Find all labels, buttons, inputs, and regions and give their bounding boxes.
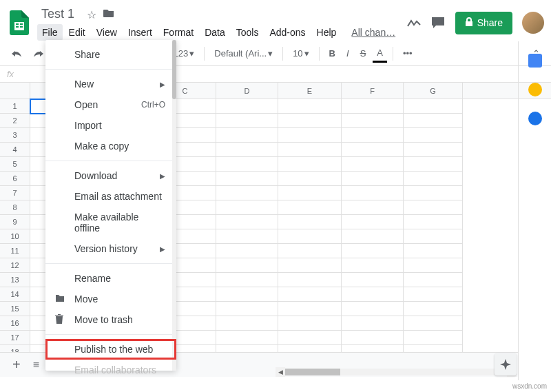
cell[interactable] (278, 172, 342, 186)
row-header[interactable]: 11 (0, 244, 30, 258)
cell[interactable] (342, 244, 404, 258)
cell[interactable] (216, 200, 278, 215)
tasks-icon[interactable] (528, 112, 542, 125)
bold-button[interactable]: B (325, 45, 340, 61)
row-header[interactable]: 14 (0, 287, 30, 302)
cell[interactable] (278, 229, 342, 244)
undo-button[interactable] (7, 47, 26, 61)
menu-item-version-history[interactable]: Version history▶ (45, 238, 176, 259)
cell[interactable] (404, 99, 463, 114)
star-icon[interactable]: ☆ (87, 8, 96, 21)
explore-button[interactable] (495, 353, 517, 375)
cell[interactable] (342, 229, 404, 244)
menu-addons[interactable]: Add-ons (264, 24, 310, 41)
cell[interactable] (342, 316, 404, 331)
cell[interactable] (278, 157, 342, 172)
row-header[interactable]: 1 (0, 99, 30, 114)
menu-item-trash[interactable]: Move to trash (45, 309, 176, 330)
cell[interactable] (404, 244, 463, 258)
row-header[interactable]: 3 (0, 128, 30, 143)
cell[interactable] (404, 215, 463, 229)
menu-item-open[interactable]: OpenCtrl+O (45, 94, 176, 115)
column-header[interactable]: D (216, 83, 278, 99)
font-size[interactable]: 10 ▾ (289, 45, 313, 61)
cell[interactable] (216, 273, 278, 287)
cell[interactable] (216, 128, 278, 143)
cell[interactable] (216, 258, 278, 273)
calendar-icon[interactable] (528, 54, 542, 68)
menu-insert[interactable]: Insert (123, 24, 157, 41)
folder-icon[interactable] (103, 8, 114, 21)
cell[interactable] (278, 244, 342, 258)
sheets-logo[interactable] (7, 10, 32, 35)
menu-item-share[interactable]: Share (45, 44, 176, 65)
row-header[interactable]: 2 (0, 114, 30, 128)
select-all-corner[interactable] (0, 83, 30, 99)
column-header[interactable]: G (404, 83, 463, 99)
row-header[interactable]: 13 (0, 273, 30, 287)
cell[interactable] (404, 287, 463, 302)
cell[interactable] (404, 316, 463, 331)
menu-item-email-collaborators[interactable]: Email collaborators (45, 360, 176, 380)
cell[interactable] (342, 215, 404, 229)
cell[interactable] (278, 331, 342, 345)
menu-item-move[interactable]: Move (45, 289, 176, 309)
cell[interactable] (278, 143, 342, 157)
cell[interactable] (342, 157, 404, 172)
cell[interactable] (278, 316, 342, 331)
row-header[interactable]: 4 (0, 143, 30, 157)
cell[interactable] (342, 287, 404, 302)
cell[interactable] (216, 172, 278, 186)
cell[interactable] (342, 273, 404, 287)
row-header[interactable]: 9 (0, 215, 30, 229)
scroll-left-icon[interactable]: ◀ (276, 367, 285, 377)
menu-data[interactable]: Data (200, 24, 230, 41)
cell[interactable] (404, 229, 463, 244)
horizontal-scrollbar[interactable]: ◀ ▶ (276, 367, 517, 377)
menu-edit[interactable]: Edit (64, 24, 90, 41)
avatar[interactable] (522, 12, 544, 34)
add-sheet-button[interactable]: + (7, 357, 26, 373)
menu-item-new[interactable]: New▶ (45, 74, 176, 94)
cell[interactable] (216, 215, 278, 229)
cell[interactable] (404, 200, 463, 215)
row-header[interactable]: 10 (0, 229, 30, 244)
row-header[interactable]: 15 (0, 302, 30, 316)
cell[interactable] (216, 316, 278, 331)
cell[interactable] (404, 331, 463, 345)
cell[interactable] (216, 99, 278, 114)
cell[interactable] (342, 186, 404, 200)
cell[interactable] (342, 200, 404, 215)
cell[interactable] (216, 302, 278, 316)
row-header[interactable]: 5 (0, 157, 30, 172)
menu-item-make-copy[interactable]: Make a copy (45, 136, 176, 156)
cell[interactable] (278, 258, 342, 273)
cell[interactable] (278, 200, 342, 215)
menu-item-email-attachment[interactable]: Email as attachment (45, 186, 176, 207)
menu-changes[interactable]: All chan… (346, 24, 400, 41)
cell[interactable] (404, 143, 463, 157)
cell[interactable] (216, 287, 278, 302)
cell[interactable] (216, 186, 278, 200)
cell[interactable] (404, 273, 463, 287)
menu-item-import[interactable]: Import (45, 115, 176, 136)
cell[interactable] (342, 114, 404, 128)
cell[interactable] (404, 114, 463, 128)
cell[interactable] (342, 128, 404, 143)
all-sheets-button[interactable]: ≡ (33, 359, 39, 371)
cell[interactable] (216, 331, 278, 345)
menu-tools[interactable]: Tools (231, 24, 264, 41)
cell[interactable] (342, 302, 404, 316)
column-header[interactable]: E (278, 83, 342, 99)
cell[interactable] (278, 302, 342, 316)
more-button[interactable]: ••• (399, 45, 417, 61)
cell[interactable] (404, 258, 463, 273)
row-header[interactable]: 6 (0, 172, 30, 186)
menu-item-download[interactable]: Download▶ (45, 165, 176, 186)
menu-file[interactable]: File (37, 24, 63, 41)
comments-icon[interactable] (430, 16, 446, 30)
cell[interactable] (278, 128, 342, 143)
row-header[interactable]: 17 (0, 331, 30, 345)
cell[interactable] (278, 287, 342, 302)
row-header[interactable]: 8 (0, 200, 30, 215)
